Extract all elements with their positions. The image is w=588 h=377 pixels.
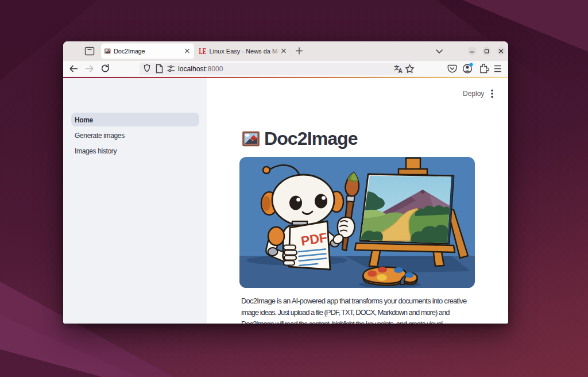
- svg-text:LE: LE: [199, 47, 207, 56]
- svg-text:localhost:8000: localhost:8000: [178, 65, 223, 73]
- svg-text:Doc2Image: Doc2Image: [114, 48, 145, 55]
- svg-text:A: A: [399, 68, 403, 74]
